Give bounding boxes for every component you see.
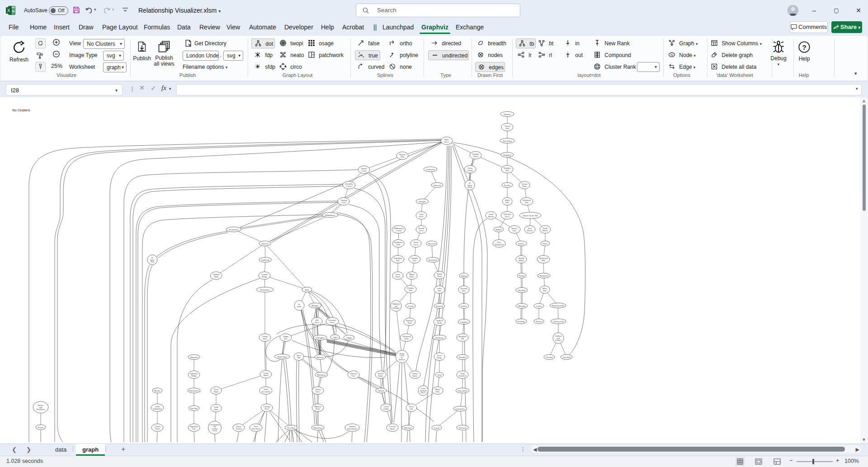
svg-text:Kilburn: Kilburn [495, 229, 502, 231]
svg-text:Hillingdon: Hillingdon [518, 305, 526, 307]
svg-text:Goodmayes: Goodmayes [435, 337, 444, 339]
svg-text:House: House [316, 408, 321, 410]
svg-text:Harrow: Harrow [488, 215, 494, 218]
svg-text:Hill: Hill [506, 201, 509, 204]
svg-text:Bridge: Bridge [191, 375, 197, 377]
svg-text:Bank: Bank [305, 289, 310, 291]
svg-text:Circus: Circus [347, 185, 352, 187]
svg-text:Kenton: Kenton [38, 426, 44, 429]
svg-text:Park: Park [401, 156, 405, 158]
svg-text:Woodford: Woodford [459, 356, 467, 358]
svg-text:Hill: Hill [461, 338, 464, 340]
svg-text:Eastcote: Eastcote [518, 243, 524, 245]
svg-text:Street: Street [421, 391, 426, 394]
svg-text:Ilford: Ilford [437, 374, 442, 376]
svg-text:Town: Town [264, 408, 269, 410]
svg-text:Bois: Bois [462, 290, 466, 292]
svg-text:Holborn: Holborn [378, 390, 385, 392]
svg-text:Barbican: Barbican [316, 356, 324, 358]
svg-text:Park: Park [151, 261, 155, 263]
svg-text:Gate: Gate [410, 408, 413, 410]
svg-text:Garden: Garden [383, 408, 389, 410]
svg-text:Northwood: Northwood [539, 275, 548, 277]
svg-text:Leyton: Leyton [434, 427, 440, 429]
svg-text:Park: Park [525, 201, 529, 204]
svg-text:Street: Street [315, 321, 320, 324]
svg-text:House: House [410, 276, 415, 278]
svg-text:Southgate: Southgate [419, 200, 426, 203]
svg-text:Central: Central [396, 229, 402, 232]
svg-text:Wanstead: Wanstead [459, 427, 467, 429]
svg-text:Lane: Lane [352, 375, 356, 377]
svg-text:Green: Green [414, 243, 419, 246]
svg-text:Road: Road [408, 322, 412, 324]
svg-text:Kings: Kings [437, 357, 442, 359]
svg-text:Cockfosters: Cockfosters [426, 168, 435, 171]
svg-text:Queensbury: Queensbury [503, 140, 512, 142]
svg-text:Loughton: Loughton [460, 321, 468, 323]
svg-text:East: East [192, 428, 196, 430]
svg-text:Park: Park [505, 169, 509, 172]
svg-text:Quay: Quay [214, 408, 218, 410]
svg-text:Moorgate: Moorgate [311, 305, 319, 307]
svg-text:Silvertown: Silvertown [252, 428, 260, 430]
svg-text:Leytonstone: Leytonstone [456, 408, 465, 410]
svg-text:Road: Road [523, 185, 527, 187]
svg-text:Chesham: Chesham [546, 356, 553, 358]
svg-text:Road: Road [405, 338, 409, 340]
svg-text:Embankment: Embankment [325, 214, 335, 216]
svg-text:Kingsbury: Kingsbury [503, 154, 512, 156]
svg-text:Woodford: Woodford [459, 375, 467, 377]
svg-text:Blackfriars: Blackfriars [314, 427, 322, 429]
svg-text:Park: Park [438, 290, 442, 292]
svg-text:Pinner: Pinner [543, 243, 548, 245]
svg-text:Westminster: Westminster [229, 229, 239, 231]
svg-text:N: N [670, 53, 673, 57]
svg-text:Green: Green [505, 215, 510, 218]
svg-text:Green: Green [419, 229, 424, 232]
svg-text:Quays: Quays [214, 391, 219, 393]
svg-text:Morden: Morden [154, 390, 160, 392]
svg-text:Hills: Hills [542, 259, 546, 262]
svg-text:Pauls: Pauls [297, 305, 301, 308]
svg-text:Latimer: Latimer [555, 339, 561, 341]
svg-text:Bermondsey: Bermondsey [260, 289, 270, 291]
svg-text:West Ham: West Ham [287, 427, 295, 429]
svg-text:Oakwood: Oakwood [434, 184, 441, 186]
svg-text:Wood: Wood [467, 186, 472, 188]
svg-text:Maryland: Maryland [404, 427, 412, 429]
svg-text:Whitechapel: Whitechapel [277, 356, 287, 358]
svg-text:Hampstead: Hampstead [495, 243, 504, 246]
svg-text:Grove: Grove [419, 215, 424, 218]
svg-text:Chorleywood: Chorleywood [553, 320, 564, 323]
svg-text:Uxbridge: Uxbridge [518, 320, 525, 323]
svg-text:Street: Street [316, 391, 321, 393]
svg-text:Monument: Monument [317, 374, 326, 376]
svg-text:Hale: Hale [396, 259, 400, 262]
svg-text:Aldgate: Aldgate [346, 337, 352, 339]
svg-text:Harrow: Harrow [542, 229, 548, 232]
svg-text:Park: Park [409, 289, 413, 291]
svg-text:Croxley: Croxley [536, 305, 542, 307]
svg-text:Victoria: Victoria [236, 428, 242, 430]
svg-text:Hornchurch: Hornchurch [189, 390, 199, 392]
svg-text:Ickenham: Ickenham [518, 289, 526, 291]
svg-text:Greenwich: Greenwich [262, 391, 270, 393]
svg-text:Epping: Epping [461, 275, 467, 277]
svg-text:Romford: Romford [436, 305, 443, 307]
svg-text:Snaresbrook: Snaresbrook [458, 390, 468, 392]
svg-text:Hill: Hill [297, 357, 301, 359]
svg-text:Cottage: Cottage [467, 169, 473, 172]
svg-text:Ruislip: Ruislip [519, 275, 524, 277]
svg-text:Manor: Manor [519, 259, 524, 262]
svg-text:Brentwood: Brentwood [429, 259, 438, 261]
svg-text:Cross: Cross [341, 201, 346, 204]
svg-text:Park: Park [436, 391, 440, 393]
svg-text:Angel: Angel [333, 336, 338, 338]
svg-text:Neasden: Neasden [504, 184, 511, 186]
svg-text:Harrow-on-the-Hill: Harrow-on-the-Hill [523, 214, 538, 217]
svg-text:Sisters: Sisters [395, 276, 401, 278]
svg-text:Wimbledon: Wimbledon [153, 408, 162, 410]
svg-text:Street: Street [330, 321, 335, 324]
svg-text:Debden: Debden [461, 305, 467, 307]
